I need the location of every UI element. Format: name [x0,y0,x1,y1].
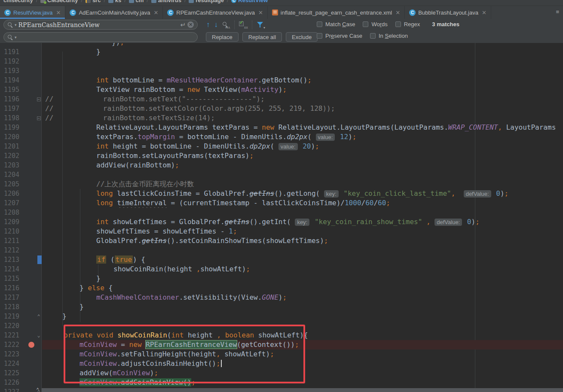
close-icon[interactable]: ✕ [395,9,400,16]
line-number[interactable]: 1215 [0,274,19,283]
line-number[interactable]: 1221 [0,331,19,340]
line-number[interactable]: 1207 [0,198,19,208]
line-number[interactable]: 1208 [0,208,19,217]
filter-search-results-icon[interactable]: ▾ [257,21,264,28]
breadcrumb-item-cm[interactable]: cm [129,0,144,3]
tab-RPEarnCashEntranceView.java[interactable]: CRPEarnCashEntranceView.java✕ [163,6,268,19]
breadcrumb-item-antivirus[interactable]: antivirus [151,0,181,3]
code-line-1200[interactable]: 1200textParas.topMargin = bottomLine - D… [0,132,563,142]
tab-AdEarnCoinMainActivity.java[interactable]: CAdEarnCoinMainActivity.java✕ [65,6,163,19]
code-line-1199[interactable]: 1199RelativeLayout.LayoutParams textPara… [0,123,563,132]
line-number[interactable]: 1191 [0,47,19,57]
fold-marker-icon[interactable]: − [36,113,41,123]
next-occurrence-icon[interactable]: ↓ [214,21,218,29]
line-number[interactable]: 1200 [0,132,19,142]
code-line-1201[interactable]: 1201int height = bottomLine - DimenUtils… [0,142,563,151]
line-number[interactable]: 1216 [0,283,19,293]
code-line-1194[interactable]: 1194int bottomLine = mResultHeaderContai… [0,76,563,85]
line-number[interactable]: 1224 [0,359,19,368]
line-number[interactable]: 1218 [0,302,19,312]
line-number[interactable]: 1226 [0,378,19,387]
code-line-1197[interactable]: 1197// rainBottom.setTextColor(Color.arg… [0,104,563,113]
fold-marker-icon[interactable]: ⌄ [36,331,41,340]
code-line-1209[interactable]: 1209int showLeftTimes = GlobalPref.getIn… [0,217,563,227]
option-in-selection[interactable]: In Selection [370,33,408,39]
line-number[interactable]: 1205 [0,179,19,189]
code-editor[interactable]: });1191}119211931194int bottomLine = mRe… [0,43,563,392]
breakpoint-icon[interactable] [28,342,34,348]
code-line[interactable]: }); [0,43,563,47]
replace-input[interactable]: ▾ [3,32,198,42]
line-number[interactable]: 1209 [0,217,19,227]
code-line-1208[interactable]: 1208 [0,208,563,217]
line-number[interactable]: 1192 [0,57,19,66]
code-line-1191[interactable]: 1191} [0,47,563,57]
code-line-1196[interactable]: 1196−// rainBottom.setText("------------… [0,94,563,104]
fold-marker-icon[interactable]: − [36,94,41,104]
close-icon[interactable]: ✕ [258,9,263,16]
breadcrumb-item-cmsecurity[interactable]: CMSecurity [40,0,78,3]
close-icon[interactable]: ✕ [56,9,61,16]
code-line-1193[interactable]: 1193 [0,66,563,76]
line-number[interactable]: 1199 [0,123,19,132]
tab-ResultView.java[interactable]: CResultView.java✕ [0,6,65,19]
breadcrumb-item-ks[interactable]: ks [108,0,121,3]
code-line-1202[interactable]: 1202rainBottom.setLayoutParams(textParas… [0,151,563,161]
find-all-icon[interactable]: ALL [222,21,230,28]
clear-search-icon[interactable]: ✕ [187,21,194,28]
code-line-1217[interactable]: 1217mCashWheelContaioner.setVisibility(V… [0,293,563,302]
line-number[interactable]: 1206 [0,189,19,198]
code-line-1213[interactable]: 1213if (true) { [0,255,563,264]
breadcrumb-item-resultview[interactable]: CResultView [231,0,268,3]
checkbox[interactable] [317,33,322,39]
close-icon[interactable]: ✕ [482,9,487,16]
line-number[interactable]: 1198 [0,113,19,123]
line-number[interactable]: 1212 [0,246,19,255]
code-line-1212[interactable]: 1212 [0,246,563,255]
code-line-1198[interactable]: 1198−// rainBottom.setTextSize(14); [0,113,563,123]
line-number[interactable]: 1197 [0,104,19,113]
code-line-1214[interactable]: 1214showCoinRain(height ,showAtLeft); [0,264,563,274]
breadcrumb-item-resultpage[interactable]: resultpage [189,0,224,3]
previous-occurrence-icon[interactable]: ↑ [206,21,210,29]
horizontal-scrollbar[interactable] [42,388,563,392]
line-number[interactable]: 1217 [0,293,19,302]
search-input[interactable]: ▾ RPEarnCashEntranceView ↵ ✕ [3,20,198,30]
breadcrumb-item-cmsecurity[interactable]: cmsecurity [3,0,33,3]
code-line-1195[interactable]: 1195TextView rainBottom = new TextView(m… [0,85,563,94]
replace-button[interactable]: Replace [206,32,239,42]
line-number[interactable]: 1196 [0,94,19,104]
line-number[interactable]: 1214 [0,264,19,274]
tab-list-icon[interactable]: ≡ [556,9,560,15]
search-history-chevron-icon[interactable]: ▾ [15,23,17,27]
select-all-occurrences-icon[interactable]: ✓XX [239,21,248,28]
code-line-1207[interactable]: 1207long timeInterval = (currentTimestam… [0,198,563,208]
line-number[interactable]: 1219 [0,312,19,321]
option-preserve-case[interactable]: Preserve Case [317,33,362,39]
code-line-1211[interactable]: 1211GlobalPref.getIns().setCoinRainShowT… [0,236,563,246]
option-match-case[interactable]: Match Case [317,21,355,27]
code-line-1215[interactable]: 1215} [0,274,563,283]
exclude-button[interactable]: Exclude [286,32,318,42]
line-number[interactable]: 1223 [0,349,19,359]
code-line-1206[interactable]: 1206long lastClickCoinsTime = GlobalPref… [0,189,563,198]
code-line-1205[interactable]: 1205//上次点击金币距离现在小时数 [0,179,563,189]
fold-marker-icon[interactable]: ⌃ [36,312,41,321]
line-number[interactable]: 1203 [0,161,19,170]
line-number[interactable]: 1210 [0,227,19,236]
replace-history-chevron-icon[interactable]: ▾ [15,35,17,40]
line-number[interactable]: 1202 [0,151,19,161]
code-line-1210[interactable]: 1210showLeftTimes = showLeftTimes - 1; [0,227,563,236]
line-number[interactable]: 1204 [0,170,19,179]
line-number[interactable]: 1211 [0,236,19,246]
checkbox[interactable] [395,21,401,27]
line-number[interactable]: 1195 [0,85,19,94]
code-line-1203[interactable]: 1203addView(rainBottom); [0,161,563,170]
line-number[interactable]: 1201 [0,142,19,151]
option-regex[interactable]: Regex [395,21,420,27]
tab-inflate_result_page_earn_cash_entrance.xml[interactable]: inflate_result_page_earn_cash_entrance.x… [268,6,405,19]
code-line-1192[interactable]: 1192 [0,57,563,66]
checkbox[interactable] [363,21,368,27]
code-line-1216[interactable]: 1216} else { [0,283,563,293]
replace-all-button[interactable]: Replace all [242,32,282,42]
